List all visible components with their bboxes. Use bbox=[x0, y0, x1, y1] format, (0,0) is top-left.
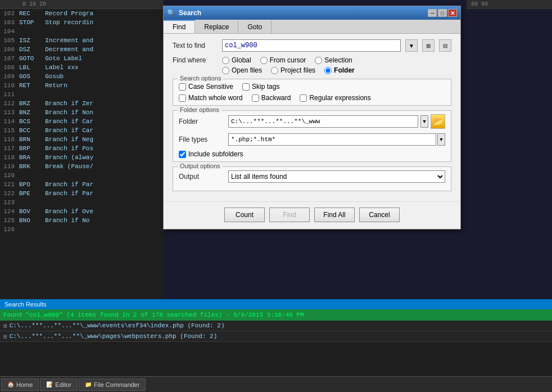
file-types-input-area: ▼ bbox=[228, 133, 445, 146]
tab-goto[interactable]: Goto bbox=[238, 20, 272, 33]
find-button[interactable]: Find bbox=[269, 208, 310, 222]
taskbar: 🏠 Home 📝 Editor 📁 File Commander bbox=[0, 376, 552, 392]
folder-dropdown-btn[interactable]: ▼ bbox=[420, 115, 428, 128]
checkbox-backward[interactable]: Backward bbox=[252, 94, 291, 102]
folder-input[interactable] bbox=[228, 115, 418, 128]
find-where-options: Global From cursor Selection Open files bbox=[222, 56, 451, 74]
search-result-found: Found "col_w900" (4 items found in 2 of … bbox=[0, 309, 552, 321]
line-number: 121 bbox=[1, 180, 19, 189]
expand-icon-2: ⊞ bbox=[3, 333, 7, 340]
taskbar-item-home[interactable]: 🏠 Home bbox=[1, 379, 39, 391]
search-title-icon: 🔍 bbox=[167, 9, 175, 17]
code-line: 114BCS Branch if Car bbox=[0, 117, 164, 126]
search-results-header: Search Results bbox=[0, 299, 552, 309]
code-line: 121BPO Branch if Par bbox=[0, 180, 164, 189]
code-line: 123 bbox=[0, 198, 164, 207]
radio-project-files[interactable]: Project files bbox=[271, 66, 315, 74]
checkbox-include-subfolders[interactable]: Include subfolders bbox=[179, 150, 445, 158]
radio-from-cursor[interactable]: From cursor bbox=[260, 56, 306, 64]
radio-folder[interactable]: Folder bbox=[324, 66, 355, 74]
taskbar-item-file-commander[interactable]: 📁 File Commander bbox=[79, 379, 146, 391]
close-button[interactable]: ✕ bbox=[448, 9, 457, 17]
line-number: 122 bbox=[1, 189, 19, 198]
line-code: BPE Branch if Par bbox=[19, 189, 93, 198]
line-number: 114 bbox=[1, 117, 19, 126]
editor-icon: 📝 bbox=[46, 381, 53, 388]
checkbox-match-whole-word[interactable]: Match whole word bbox=[179, 94, 243, 102]
line-code: BRP Branch if Pos bbox=[19, 144, 93, 153]
code-line: 120 bbox=[0, 171, 164, 180]
line-code: BNO Branch if No bbox=[19, 216, 93, 225]
taskbar-item-editor[interactable]: 📝 Editor bbox=[40, 379, 78, 391]
find-all-button[interactable]: Find All bbox=[314, 208, 355, 222]
cancel-button[interactable]: Cancel bbox=[359, 208, 400, 222]
code-content: 102REC Record Progra103STOP Stop recordi… bbox=[0, 9, 164, 234]
code-line: 107GOTO Goto Label bbox=[0, 54, 164, 63]
line-code: ISZ Increment and bbox=[19, 36, 93, 45]
line-code: BOV Branch if Ove bbox=[19, 207, 93, 216]
line-code: STOP Stop recordin bbox=[19, 18, 93, 27]
radio-selection[interactable]: Selection bbox=[315, 56, 352, 64]
search-dialog: 🔍 Search ─ □ ✕ Find Replace Goto bbox=[163, 6, 461, 229]
search-result-item-2[interactable]: ⊞ C:\...***...**...**\_www\pages\webpost… bbox=[0, 331, 552, 342]
code-line: 102REC Record Progra bbox=[0, 9, 164, 18]
find-where-row-1: Global From cursor Selection bbox=[222, 56, 451, 64]
search-result-item-1[interactable]: ⊞ C:\...***...**...**\_www\events\esf34\… bbox=[0, 321, 552, 331]
dialog-footer: Count Find Find All Cancel bbox=[164, 201, 460, 229]
file-commander-icon: 📁 bbox=[85, 381, 92, 388]
line-code: GOTO Goto Label bbox=[19, 54, 82, 63]
maximize-button[interactable]: □ bbox=[438, 9, 447, 17]
line-number: 113 bbox=[1, 108, 19, 117]
line-number: 105 bbox=[1, 36, 19, 45]
search-options-row-2: Match whole word Backward Regular expres… bbox=[179, 94, 445, 102]
line-number: 102 bbox=[1, 9, 19, 18]
code-line: 105ISZ Increment and bbox=[0, 36, 164, 45]
text-to-find-row: Text to find ▼ ⊞ ⊟ bbox=[173, 39, 451, 52]
output-options-section: Output options Output List all items fou… bbox=[173, 166, 451, 191]
dialog-titlebar: 🔍 Search ─ □ ✕ bbox=[164, 6, 460, 20]
folder-input-area: ▼ 📂 bbox=[228, 114, 445, 129]
text-to-find-input[interactable] bbox=[222, 39, 401, 52]
checkbox-case-sensitive[interactable]: Case Sensitive bbox=[179, 83, 233, 91]
line-number: 119 bbox=[1, 162, 19, 171]
code-line: 113BNZ Branch if Non bbox=[0, 108, 164, 117]
minimize-button[interactable]: ─ bbox=[428, 9, 437, 17]
code-line: 126 bbox=[0, 225, 164, 234]
find-where-row-2: Open files Project files Folder bbox=[222, 66, 451, 74]
dialog-body: Text to find ▼ ⊞ ⊟ Find where Global Fro… bbox=[164, 34, 460, 201]
code-line: 124BOV Branch if Ove bbox=[0, 207, 164, 216]
dialog-title-area: 🔍 Search bbox=[167, 9, 201, 17]
count-button[interactable]: Count bbox=[224, 208, 265, 222]
radio-open-files[interactable]: Open files bbox=[222, 66, 262, 74]
line-number: 123 bbox=[1, 198, 19, 207]
checkbox-regular-expressions[interactable]: Regular expressions bbox=[300, 94, 370, 102]
line-number: 103 bbox=[1, 18, 19, 27]
file-types-dropdown-btn[interactable]: ▼ bbox=[437, 133, 445, 146]
bottom-content-area: Search Results Found "col_w900" (4 items… bbox=[0, 299, 552, 376]
code-line: 112BRZ Branch if Zer bbox=[0, 99, 164, 108]
folder-browse-btn[interactable]: 📂 bbox=[431, 114, 445, 129]
line-code: BPO Branch if Par bbox=[19, 180, 93, 189]
ruler-left: 0 10 20 bbox=[0, 0, 164, 9]
radio-global[interactable]: Global bbox=[222, 56, 251, 64]
line-number: 109 bbox=[1, 72, 19, 81]
code-line: 109GOS Gosub bbox=[0, 72, 164, 81]
home-icon: 🏠 bbox=[7, 381, 14, 388]
tab-replace[interactable]: Replace bbox=[195, 20, 238, 33]
tab-find[interactable]: Find bbox=[164, 20, 195, 33]
line-number: 111 bbox=[1, 90, 19, 99]
dialog-title-text: Search bbox=[179, 9, 201, 17]
folder-row: Folder ▼ 📂 bbox=[179, 114, 445, 129]
code-line: 125BNO Branch if No bbox=[0, 216, 164, 225]
line-number: 112 bbox=[1, 99, 19, 108]
text-btn-1[interactable]: ⊞ bbox=[422, 39, 435, 52]
code-line: 108LBL Label xxx bbox=[0, 63, 164, 72]
checkbox-skip-tags[interactable]: Skip tags bbox=[242, 83, 279, 91]
output-select[interactable]: List all items found Show first match on… bbox=[228, 170, 445, 183]
file-types-input[interactable] bbox=[228, 133, 436, 146]
text-history-btn[interactable]: ▼ bbox=[405, 39, 418, 52]
text-btn-2[interactable]: ⊟ bbox=[439, 39, 451, 52]
line-number: 108 bbox=[1, 63, 19, 72]
find-where-row: Find where Global From cursor Selection bbox=[173, 56, 451, 74]
code-line: 117BRP Branch if Pos bbox=[0, 144, 164, 153]
